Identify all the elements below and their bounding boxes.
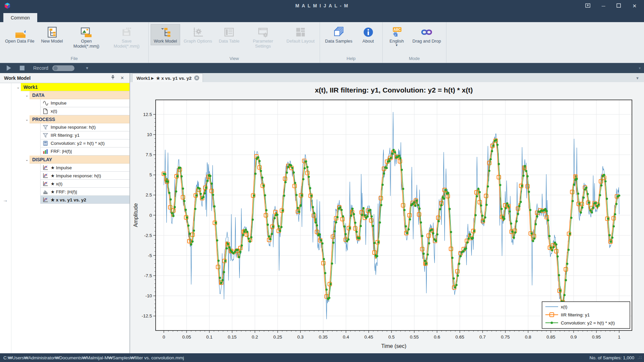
svg-text:0.65: 0.65 [455,335,464,340]
tab-list-dropdown-icon[interactable]: ▼ [636,76,639,82]
drag-drop-button[interactable]: Drag and Drop [410,24,444,45]
svg-text:0.15: 0.15 [228,335,236,340]
ribbon-group-label: Mode [383,55,446,63]
tree-item-impulse[interactable]: Impulse [0,99,129,107]
new-model-icon [46,26,58,38]
ribbon-group-file: Open Data FileNew ModelOpen Model(*.mmj)… [0,22,149,63]
tree-item--impulse-response-h-t-[interactable]: ★ Impulse response: h(t) [0,172,129,180]
chart-title: x(t), IIR filtering: y1, Convolution: y2… [315,86,473,94]
chart-canvas[interactable]: 00.050.10.150.20.250.30.350.40.450.50.55… [130,82,643,353]
svg-text:0.9: 0.9 [571,335,577,340]
tree-label: IIR filtering: y1 [51,133,79,138]
data-samples-icon [333,26,344,38]
legend-entry-label: x(t) [561,304,568,309]
plot-icon [43,197,48,202]
svg-text:0.1: 0.1 [206,335,213,340]
x-axis-label: Time (sec) [381,343,407,349]
open-data-file-button[interactable]: Open Data File [2,24,37,45]
tree-gutter [0,83,11,353]
toolbar-overflow-icon[interactable]: ▾ [639,66,641,70]
chevron-down-icon[interactable]: ⌄ [24,93,30,98]
tree-section-process[interactable]: ⌄PROCESS [0,115,129,123]
ribbon-button-label: Default Layout [286,39,315,44]
play-icon[interactable] [7,65,11,71]
tab-close-icon[interactable]: ✕ [194,75,199,80]
panel-toggle-icon[interactable] [585,3,590,8]
ribbon-group-help: Data SamplesAboutHelp [320,22,383,63]
tree-label: DATA [32,93,45,98]
tree-item--x-vs-y1-vs-y2[interactable]: ★ x vs. y1 vs. y2 [0,196,129,204]
document-tab[interactable]: Work1► ★ x vs. y1 vs. y2 ✕ [132,73,203,82]
svg-text:7.5: 7.5 [146,152,152,157]
svg-text:0.75: 0.75 [501,335,509,340]
tree-item-convolution-y2-h-t-x-t-[interactable]: Convolution: y2 = h(t) * x(t) [0,139,129,147]
svg-text:0: 0 [163,335,165,340]
tree-label: Work1 [23,84,38,90]
chevron-down-icon[interactable]: ⌄ [24,117,30,122]
svg-text:0.7: 0.7 [479,335,486,340]
parameter-settings-icon [257,26,269,38]
window-title: M A L M I J A L - M [0,3,644,8]
data-samples-button[interactable]: Data Samples [322,24,356,45]
tree-label: ★ x vs. y1 vs. y2 [51,197,86,202]
record-toggle-knob [53,66,58,70]
filter-icon [43,124,48,130]
about-button[interactable]: About [356,24,380,45]
open-data-file-icon [14,26,25,38]
ribbon-button-label: Parameter Settings [246,39,280,49]
record-dropdown-icon[interactable]: ▼ [85,66,89,70]
tree-label: ★ x(t) [51,181,62,186]
legend-entry-label: Convolution: y2 = h(t) * x(t) [561,320,615,325]
tree-root-work1[interactable]: ⌄Work1 [0,83,129,91]
stop-icon[interactable] [20,66,24,70]
maximize-button[interactable] [616,3,621,8]
pin-icon[interactable] [111,75,115,81]
tree-item-impulse-response-h-t-[interactable]: Impulse response: h(t) [0,123,129,131]
ribbon-group-view: Work ModelGraph OptionsData TableParamet… [149,22,320,63]
svg-text:0.55: 0.55 [410,335,419,340]
bar-chart-icon [43,148,48,154]
svg-text:5: 5 [149,172,152,177]
svg-text:0.25: 0.25 [273,335,282,340]
chevron-down-icon[interactable]: ⌄ [15,85,21,89]
new-model-button[interactable]: New Model [38,24,66,45]
resize-grip-icon[interactable]: .∷ [638,355,642,360]
close-button[interactable]: ✕ [632,3,637,8]
dropdown-caret-icon: ▼ [395,45,398,46]
ribbon-button-label: English [389,39,404,44]
svg-text:-5: -5 [148,253,152,258]
svg-text:-7.5: -7.5 [144,273,152,278]
tree-section-data[interactable]: ⌄DATA [0,91,129,99]
data-table-icon [223,26,235,38]
tree-section-display[interactable]: ⌄DISPLAY [0,156,129,164]
panel-close-icon[interactable]: ✕ [120,75,124,80]
tree-label: Impulse response: h(t) [51,125,96,130]
ribbon-tab-strip: Common [0,11,644,22]
tree-label: Impulse [51,101,66,106]
tree-item-x-t-[interactable]: x(t) [0,107,129,115]
ribbon-group-label: File [0,55,148,63]
svg-text:0.6: 0.6 [434,335,440,340]
chevron-down-icon[interactable]: ⌄ [24,158,30,162]
file-path: C:₩Users₩Administrator₩Documents₩Malmija… [3,355,589,360]
plot-icon [43,181,48,186]
svg-text:0.8: 0.8 [525,335,531,340]
tree-item-frf-h-f-[interactable]: FRF: |H(f)| [0,147,129,156]
open-model-icon [80,26,92,38]
ribbon-button-label: New Model [41,39,63,44]
tree-item--x-t-[interactable]: ★ x(t) [0,180,129,188]
svg-text:0.5: 0.5 [388,335,395,340]
y-axis-label: Amplitude [133,203,139,227]
chart-area: 00.050.10.150.20.250.30.350.40.450.50.55… [130,82,644,353]
record-toggle[interactable] [52,65,74,71]
tree-item-iir-filtering-y1[interactable]: IIR filtering: y1 [0,131,129,139]
english-button[interactable]: ABCEnglish▼ [385,24,409,47]
tree-item--frf-h-f-[interactable]: ★ FRF: |H(f)| [0,188,129,196]
statusbar: C:₩Users₩Administrator₩Documents₩Malmija… [0,353,644,362]
tree-label: ★ Impulse response: h(t) [51,173,101,178]
minimize-button[interactable]: ─ [602,3,605,8]
tree-item--impulse[interactable]: ★ Impulse [0,164,129,172]
tab-common[interactable]: Common [3,13,37,22]
work-model-button[interactable]: Work Model [151,24,180,45]
open-model-button[interactable]: Open Model(*.mmj) [66,24,106,50]
